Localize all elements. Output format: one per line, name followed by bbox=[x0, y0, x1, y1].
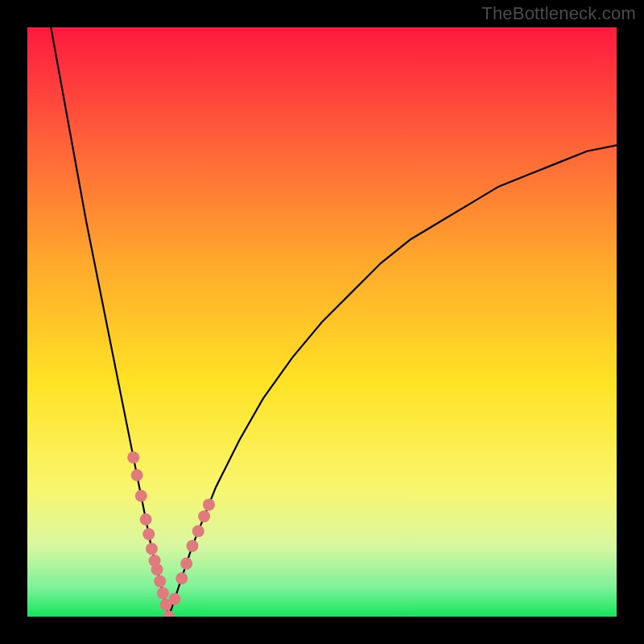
marker-point bbox=[127, 452, 139, 464]
outer-frame: TheBottleneck.com bbox=[0, 0, 644, 644]
plot-area bbox=[27, 27, 617, 617]
watermark-text: TheBottleneck.com bbox=[481, 3, 636, 24]
curve-left-branch bbox=[51, 27, 168, 617]
marker-point bbox=[131, 469, 143, 481]
marker-point bbox=[186, 540, 198, 552]
marker-point bbox=[180, 558, 192, 570]
marker-point bbox=[154, 576, 166, 588]
marker-point bbox=[198, 510, 210, 522]
marker-point bbox=[140, 514, 152, 526]
marker-point bbox=[163, 611, 175, 617]
chart-svg bbox=[27, 27, 617, 617]
marker-point bbox=[157, 587, 169, 599]
marker-point bbox=[151, 564, 163, 576]
marker-point bbox=[192, 525, 204, 537]
marker-point bbox=[203, 498, 215, 510]
marker-point bbox=[169, 593, 181, 605]
marker-point bbox=[142, 528, 155, 540]
markers-group bbox=[127, 452, 215, 617]
marker-point bbox=[135, 489, 147, 502]
curve-right-branch bbox=[169, 145, 617, 617]
marker-point bbox=[146, 543, 158, 555]
marker-point bbox=[175, 572, 188, 584]
